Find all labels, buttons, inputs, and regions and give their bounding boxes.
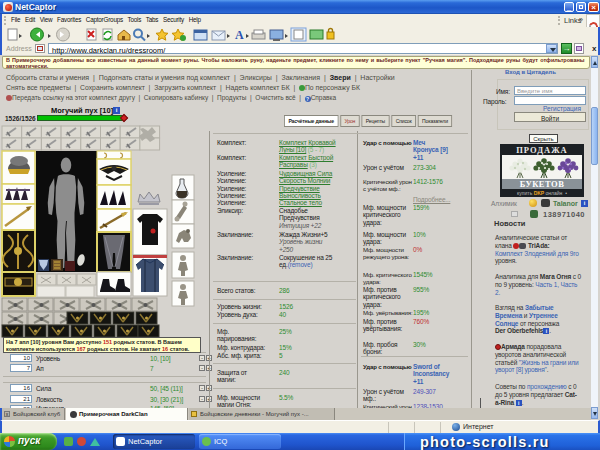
svg-text:A: A <box>235 28 244 42</box>
